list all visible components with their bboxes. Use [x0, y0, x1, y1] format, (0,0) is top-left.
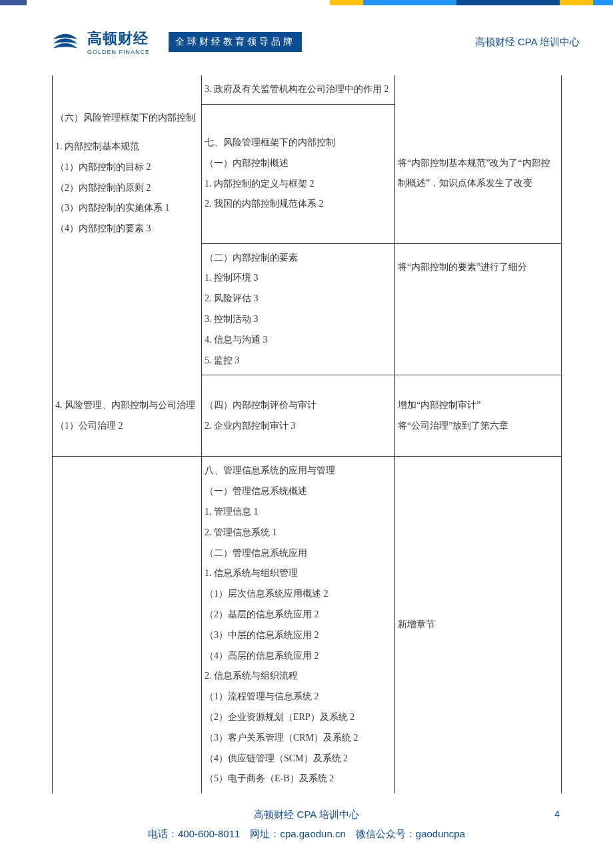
text-line: 1. 内部控制基本规范 [55, 137, 199, 157]
text-line: 将“内部控制的要素”进行了细分 [398, 257, 558, 278]
text-line: 2. 管理信息系统 1 [205, 523, 392, 543]
text-line: （一）内部控制概述 [205, 153, 392, 174]
cell: 将“内部控制的要素”进行了细分 [395, 243, 562, 375]
text-line: （二）内部控制的要素 [205, 248, 392, 269]
text-line: 1. 管理信息 1 [205, 502, 392, 523]
text-line: 2. 信息系统与组织流程 [205, 666, 392, 687]
cell: 3. 政府及有关监管机构在公司治理中的作用 2 [202, 75, 395, 104]
text-line: （1）层次信息系统应用概述 2 [205, 584, 392, 605]
cell: 新增章节 [395, 457, 562, 793]
text-line: 1. 内部控制的定义与框架 2 [205, 174, 392, 195]
text-line: （5）电子商务（E-B）及系统 2 [205, 769, 392, 789]
cell: （四）内部控制评价与审计 2. 企业内部控制审计 3 [202, 375, 395, 457]
cell: 将“内部控制基本规范”改为了“内部控制概述”，知识点体系发生了改变 [395, 104, 562, 243]
cell [53, 75, 202, 104]
tagline-badge: 全球财经教育领导品牌 [169, 32, 302, 52]
text-line: （2）企业资源规划（ERP）及系统 2 [205, 707, 392, 728]
logo-cn-text: 高顿财经 [87, 29, 150, 49]
footer-title: 高顿财经 CPA 培训中心 [0, 805, 613, 825]
text-line: 3. 控制活动 3 [205, 309, 392, 330]
footer-wechat: 微信公众号：gaoduncpa [346, 828, 465, 839]
text-line: 将“公司治理”放到了第六章 [398, 416, 558, 437]
text-line: （4）高层的信息系统应用 2 [205, 646, 392, 667]
text-line: （二）管理信息系统应用 [205, 543, 392, 564]
text-line: （3）内部控制的实施体系 1 [55, 198, 199, 219]
text-line: 4. 风险管理、内部控制与公司治理 [55, 395, 199, 416]
cell: 4. 风险管理、内部控制与公司治理 （1）公司治理 2 [53, 375, 202, 457]
cell: （二）内部控制的要素 1. 控制环境 3 2. 风险评估 3 3. 控制活动 3… [202, 243, 395, 375]
text-line: （4）内部控制的要素 3 [55, 219, 199, 239]
logo-block: 高顿财经 GOLDEN FINANCE 全球财经教育领导品牌 [50, 25, 302, 59]
cell: 1. 内部控制基本规范 （1）内部控制的目标 2 （2）内部控制的原则 2 （3… [53, 133, 202, 243]
table-row: （二）内部控制的要素 1. 控制环境 3 2. 风险评估 3 3. 控制活动 3… [53, 243, 562, 375]
footer-url: cpa.gaodun.cn [280, 828, 345, 839]
text-line: （四）内部控制评价与审计 [205, 395, 392, 416]
table-row: 4. 风险管理、内部控制与公司治理 （1）公司治理 2 （四）内部控制评价与审计… [53, 375, 562, 457]
text-line: （1）内部控制的目标 2 [55, 157, 199, 178]
page-footer: 高顿财经 CPA 培训中心 电话：400-600-8011 网址：cpa.gao… [0, 793, 613, 843]
cell: 八、管理信息系统的应用与管理 （一）管理信息系统概述 1. 管理信息 1 2. … [202, 457, 395, 793]
main-content: 3. 政府及有关监管机构在公司治理中的作用 2 （六）风险管理框架下的内部控制 … [0, 75, 613, 793]
text-line: 4. 信息与沟通 3 [205, 330, 392, 351]
cell [53, 457, 202, 793]
cell [395, 75, 562, 104]
logo-en-text: GOLDEN FINANCE [87, 49, 150, 55]
cell [53, 243, 202, 375]
text-line: （2）内部控制的原则 2 [55, 178, 199, 199]
text-line: （4）供应链管理（SCM）及系统 2 [205, 749, 392, 769]
header-right-text: 高顿财经 CPA 培训中心 [475, 36, 580, 49]
text-line: （3）客户关系管理（CRM）及系统 2 [205, 728, 392, 749]
page-header: 高顿财经 GOLDEN FINANCE 全球财经教育领导品牌 高顿财经 CPA … [0, 5, 613, 75]
text-line: （六）风险管理框架下的内部控制 [55, 108, 199, 129]
top-color-bars [0, 0, 613, 5]
footer-contact: 电话：400-600-8011 网址：cpa.gaodun.cn 微信公众号：g… [0, 825, 613, 844]
text-line: 5. 监控 3 [205, 351, 392, 371]
text-line: 新增章节 [398, 615, 558, 635]
table-row: 3. 政府及有关监管机构在公司治理中的作用 2 [53, 75, 562, 104]
text-line: 将“内部控制基本规范”改为了“内部控制概述”，知识点体系发生了改变 [398, 153, 558, 195]
text-line: （1）流程管理与信息系统 2 [205, 687, 392, 707]
cell: 增加“内部控制审计” 将“公司治理”放到了第六章 [395, 375, 562, 457]
text-line: 1. 控制环境 3 [205, 268, 392, 289]
page-number: 4 [554, 805, 560, 823]
comparison-table: 3. 政府及有关监管机构在公司治理中的作用 2 （六）风险管理框架下的内部控制 … [52, 75, 562, 793]
table-row: 八、管理信息系统的应用与管理 （一）管理信息系统概述 1. 管理信息 1 2. … [53, 457, 562, 793]
text-line: 七、风险管理框架下的内部控制 [205, 133, 392, 153]
text-line: 增加“内部控制审计” [398, 395, 558, 416]
text-line: （一）管理信息系统概述 [205, 481, 392, 502]
logo-icon [50, 25, 81, 59]
table-row: （六）风险管理框架下的内部控制 七、风险管理框架下的内部控制 （一）内部控制概述… [53, 104, 562, 133]
text-line: （2）基层的信息系统应用 2 [205, 605, 392, 625]
cell: 七、风险管理框架下的内部控制 （一）内部控制概述 1. 内部控制的定义与框架 2… [202, 104, 395, 243]
text-line: 3. 政府及有关监管机构在公司治理中的作用 2 [205, 79, 392, 100]
cell: （六）风险管理框架下的内部控制 [53, 104, 202, 133]
text-line: 2. 企业内部控制审计 3 [205, 416, 392, 437]
text-line: 1. 信息系统与组织管理 [205, 563, 392, 584]
text-line: （3）中层的信息系统应用 2 [205, 625, 392, 646]
text-line: 八、管理信息系统的应用与管理 [205, 461, 392, 481]
text-line: 2. 风险评估 3 [205, 289, 392, 309]
footer-phone-label: 电话：400-600-8011 网址： [148, 828, 280, 839]
text-line: 2. 我国的内部控制规范体系 2 [205, 194, 392, 215]
text-line: （1）公司治理 2 [55, 416, 199, 437]
